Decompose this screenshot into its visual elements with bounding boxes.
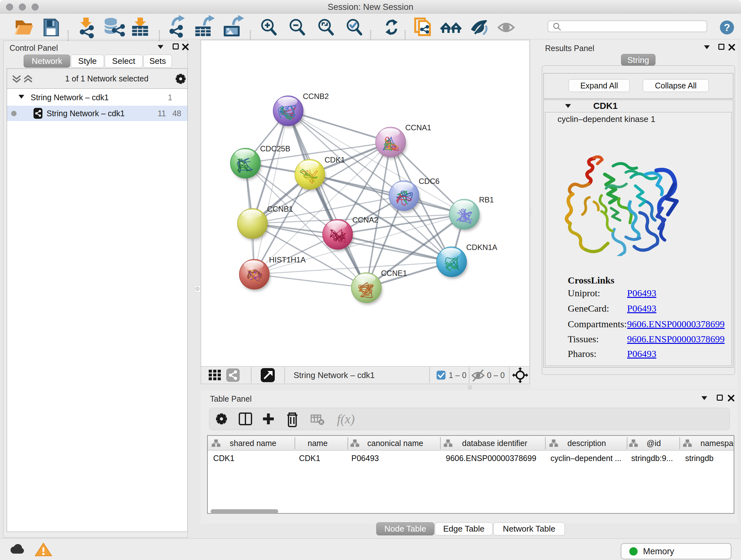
svg-text:CDK1: CDK1 (325, 155, 345, 164)
svg-text:namespace: namespace (700, 439, 734, 448)
svg-text:database identifier: database identifier (462, 439, 527, 448)
svg-text:CCNB1: CCNB1 (267, 205, 293, 213)
svg-text:@id: @id (647, 439, 661, 448)
svg-text:CDC25B: CDC25B (260, 144, 290, 153)
svg-text:f(x): f(x) (337, 412, 355, 426)
svg-text:?: ? (724, 22, 730, 33)
svg-text:String Network – cdk1: String Network – cdk1 (293, 370, 375, 380)
svg-text:CCNB2: CCNB2 (303, 92, 329, 101)
svg-text:0 – 0: 0 – 0 (487, 371, 505, 380)
svg-text:name: name (308, 439, 328, 448)
svg-text:CCNE1: CCNE1 (381, 269, 407, 277)
svg-text:RB1: RB1 (479, 195, 494, 204)
svg-text:CDKN1A: CDKN1A (466, 243, 497, 252)
svg-text:HIST1H1A: HIST1H1A (269, 255, 306, 264)
svg-text:CCNA1: CCNA1 (405, 123, 431, 132)
svg-text:1 – 0: 1 – 0 (449, 371, 467, 380)
svg-text:CDC6: CDC6 (419, 177, 440, 186)
svg-text:canonical name: canonical name (367, 439, 423, 448)
svg-text:description: description (567, 439, 606, 448)
svg-text:CCNA2: CCNA2 (352, 215, 378, 224)
svg-text:shared name: shared name (230, 439, 276, 448)
